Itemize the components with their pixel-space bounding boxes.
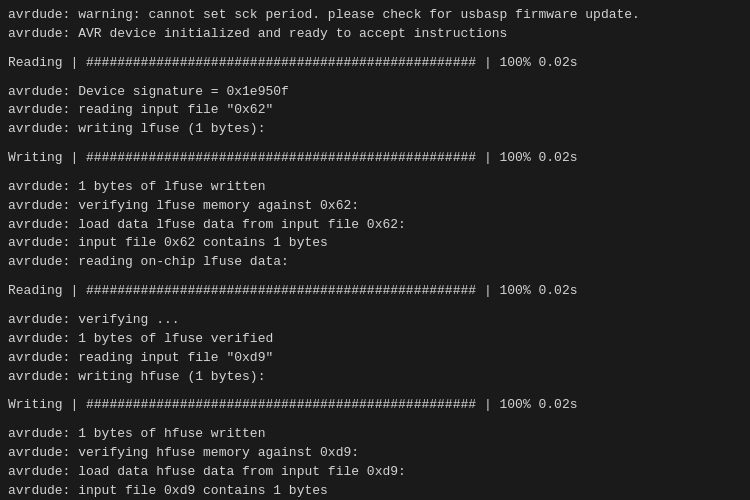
- terminal-line: avrdude: writing hfuse (1 bytes):: [8, 368, 742, 387]
- empty-line: [8, 168, 742, 178]
- terminal-line: avrdude: reading input file "0xd9": [8, 349, 742, 368]
- terminal-line: avrdude: writing lfuse (1 bytes):: [8, 120, 742, 139]
- terminal-line: avrdude: reading on-chip lfuse data:: [8, 253, 742, 272]
- progress-line: Writing | ##############################…: [8, 149, 742, 168]
- empty-line: [8, 44, 742, 54]
- terminal-window: avrdude: warning: cannot set sck period.…: [0, 0, 750, 500]
- empty-line: [8, 73, 742, 83]
- empty-line: [8, 272, 742, 282]
- terminal-line: avrdude: 1 bytes of lfuse verified: [8, 330, 742, 349]
- progress-line: Writing | ##############################…: [8, 396, 742, 415]
- terminal-line: avrdude: 1 bytes of lfuse written: [8, 178, 742, 197]
- terminal-line: avrdude: load data hfuse data from input…: [8, 463, 742, 482]
- terminal-line: avrdude: input file 0xd9 contains 1 byte…: [8, 482, 742, 500]
- empty-line: [8, 139, 742, 149]
- terminal-line: avrdude: 1 bytes of hfuse written: [8, 425, 742, 444]
- terminal-line: avrdude: load data lfuse data from input…: [8, 216, 742, 235]
- progress-line: Reading | ##############################…: [8, 54, 742, 73]
- terminal-line: avrdude: warning: cannot set sck period.…: [8, 6, 742, 25]
- terminal-line: avrdude: verifying lfuse memory against …: [8, 197, 742, 216]
- terminal-line: avrdude: reading input file "0x62": [8, 101, 742, 120]
- progress-line: Reading | ##############################…: [8, 282, 742, 301]
- terminal-line: avrdude: Device signature = 0x1e950f: [8, 83, 742, 102]
- terminal-line: avrdude: verifying hfuse memory against …: [8, 444, 742, 463]
- empty-line: [8, 301, 742, 311]
- empty-line: [8, 386, 742, 396]
- terminal-line: avrdude: AVR device initialized and read…: [8, 25, 742, 44]
- terminal-line: avrdude: verifying ...: [8, 311, 742, 330]
- terminal-line: avrdude: input file 0x62 contains 1 byte…: [8, 234, 742, 253]
- empty-line: [8, 415, 742, 425]
